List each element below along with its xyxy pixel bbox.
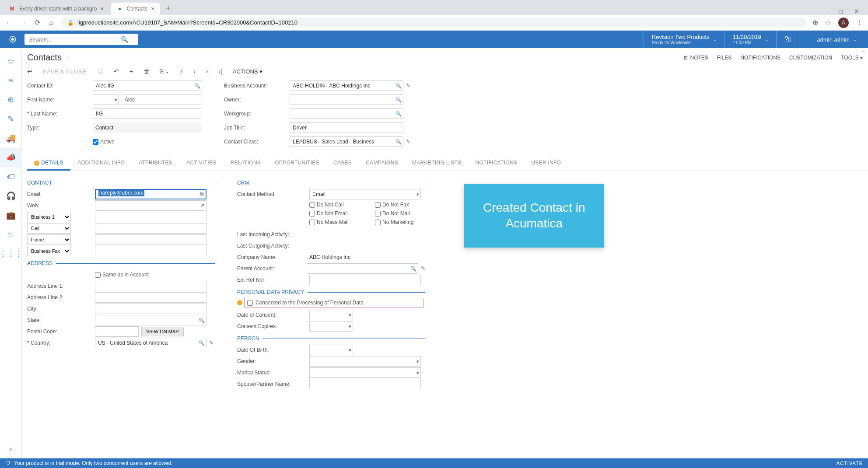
menu-icon[interactable]: ⋮ xyxy=(856,18,863,27)
browser-tab-contacts[interactable]: ● Contacts × xyxy=(111,3,160,15)
url-bar[interactable]: 🔒 iigproductionsite.com/ACU19107_SAM/Mai… xyxy=(61,17,806,28)
mail-icon[interactable]: ✉ xyxy=(200,191,204,197)
phone-type-1[interactable]: Business 1 xyxy=(27,212,71,222)
contact-class-input[interactable] xyxy=(290,136,403,147)
email-input[interactable]: noreply@uber.com ✉ xyxy=(95,189,206,199)
tab-details[interactable]: !DETAILS xyxy=(27,156,70,171)
external-link-icon[interactable]: ↗ xyxy=(200,203,205,209)
consent-expires-input[interactable] xyxy=(309,321,353,332)
pencil-icon[interactable]: ✎ xyxy=(406,139,410,145)
tag-icon[interactable]: 🏷 xyxy=(0,167,22,186)
marital-select[interactable] xyxy=(309,367,421,378)
postal-code-input[interactable] xyxy=(95,326,139,337)
tab-activities[interactable]: ACTIVITIES xyxy=(179,156,223,171)
prev-record-icon[interactable]: ‹ xyxy=(193,68,196,75)
pencil-icon[interactable]: ✎ xyxy=(406,83,410,89)
copy-icon[interactable]: ⎘ ▾ xyxy=(160,68,169,75)
help-button[interactable]: ?⃝ xyxy=(776,31,799,48)
home-button[interactable]: ⌂ xyxy=(47,19,55,27)
address-line-2-input[interactable] xyxy=(95,292,206,303)
spouse-input[interactable] xyxy=(309,379,421,389)
phone-3-input[interactable] xyxy=(95,234,206,245)
data-views-icon[interactable]: ≡ xyxy=(0,71,22,90)
country-input[interactable] xyxy=(95,338,206,348)
add-icon[interactable]: ⊕ xyxy=(0,90,22,109)
minimize-icon[interactable]: — xyxy=(822,8,828,15)
do-not-fax-checkbox[interactable]: Do Not Fax xyxy=(375,202,427,208)
web-input[interactable] xyxy=(95,200,206,211)
gender-select[interactable] xyxy=(309,356,421,367)
contact-method-select[interactable] xyxy=(309,189,421,199)
add-new-icon[interactable]: + xyxy=(130,68,133,75)
notes-link[interactable]: 🗎 NOTES xyxy=(683,55,708,61)
forward-button[interactable]: → xyxy=(19,19,27,27)
projects-icon[interactable]: 💼 xyxy=(0,206,22,225)
no-mass-mail-checkbox[interactable]: No Mass Mail xyxy=(309,219,371,225)
contact-id-input[interactable] xyxy=(93,80,202,91)
marketing-icon[interactable]: 📣 xyxy=(0,148,22,167)
zoom-icon[interactable]: ⊕ xyxy=(812,18,818,27)
expand-rail-icon[interactable]: › xyxy=(0,439,22,458)
back-arrow-icon[interactable]: ↩ xyxy=(27,68,32,75)
files-link[interactable]: FILES xyxy=(717,55,732,61)
tab-cases[interactable]: CASES xyxy=(326,156,359,171)
edit-icon[interactable]: ✎ xyxy=(0,109,22,129)
workgroup-input[interactable] xyxy=(290,108,403,119)
owner-input[interactable] xyxy=(290,94,403,105)
tab-campaigns[interactable]: CAMPAIGNS xyxy=(359,156,405,171)
phone-1-input[interactable] xyxy=(95,212,206,222)
tab-marketing-lists[interactable]: MARKETING LISTS xyxy=(405,156,469,171)
view-on-map-button[interactable]: VIEW ON MAP xyxy=(141,327,184,336)
state-input[interactable] xyxy=(95,315,206,325)
undo-icon[interactable]: ↶ xyxy=(114,68,119,75)
phone-type-2[interactable]: Cell xyxy=(27,223,71,234)
dob-input[interactable] xyxy=(309,345,353,355)
maximize-icon[interactable]: ◻ xyxy=(838,8,844,15)
reload-button[interactable]: ⟳ xyxy=(33,18,41,27)
shipments-icon[interactable]: 🚚 xyxy=(0,129,22,148)
do-not-call-checkbox[interactable]: Do Not Call xyxy=(309,202,371,208)
browser-tab-gmail[interactable]: M Every driver starts with a backgro × xyxy=(4,3,109,15)
title-prefix-input[interactable] xyxy=(93,94,119,105)
tab-additional-info[interactable]: ADDITIONAL INFO xyxy=(70,156,132,171)
fax-input[interactable] xyxy=(95,246,206,256)
tab-relations[interactable]: RELATIONS xyxy=(223,156,268,171)
same-as-account-checkbox[interactable]: Same as in Account xyxy=(95,272,149,278)
global-search[interactable]: 🔍 xyxy=(24,34,138,45)
actions-menu[interactable]: ACTIONS ▾ xyxy=(233,68,262,75)
tab-opportunities[interactable]: OPPORTUNITIES xyxy=(268,156,326,171)
address-line-1-input[interactable] xyxy=(95,281,206,291)
close-icon[interactable]: × xyxy=(151,5,154,12)
last-record-icon[interactable]: ›| xyxy=(218,68,222,75)
phone-2-input[interactable] xyxy=(95,223,206,234)
scroll-up-icon[interactable]: ⌃ xyxy=(861,50,865,56)
search-input[interactable] xyxy=(24,36,121,43)
notifications-link[interactable]: NOTIFICATIONS xyxy=(740,55,780,61)
delete-icon[interactable]: 🗑 xyxy=(144,68,150,75)
dashboard-icon[interactable]: ⏲ xyxy=(0,225,22,244)
do-not-email-checkbox[interactable]: Do Not Email xyxy=(309,210,371,217)
customization-link[interactable]: CUSTOMIZATION xyxy=(789,55,832,61)
tab-attributes[interactable]: ATTRIBUTES xyxy=(132,156,179,171)
active-checkbox[interactable]: Active xyxy=(93,139,115,145)
search-icon[interactable]: 🔍 xyxy=(121,36,132,43)
ext-ref-input[interactable] xyxy=(309,275,421,285)
city-input[interactable] xyxy=(95,304,206,314)
favorites-icon[interactable]: ☆ xyxy=(0,52,22,71)
favorite-star-icon[interactable]: ☆ xyxy=(65,54,71,61)
new-tab-button[interactable]: + xyxy=(161,2,175,15)
business-account-input[interactable] xyxy=(290,80,403,91)
bookmark-star-icon[interactable]: ☆ xyxy=(825,18,831,27)
support-icon[interactable]: 🎧 xyxy=(0,186,22,206)
job-title-input[interactable] xyxy=(290,122,403,133)
phone-type-4[interactable]: Business Fax xyxy=(27,246,71,256)
do-not-mail-checkbox[interactable]: Do Not Mail xyxy=(375,210,427,217)
app-logo-icon[interactable] xyxy=(4,31,22,48)
business-date[interactable]: 11/20/2019 11:00 PM ⌄ xyxy=(724,31,776,48)
next-record-icon[interactable]: › xyxy=(206,68,208,75)
parent-account-input[interactable] xyxy=(307,263,418,274)
tab-user-info[interactable]: USER INFO xyxy=(524,156,568,171)
date-of-consent-input[interactable] xyxy=(309,310,353,320)
close-icon[interactable]: × xyxy=(100,5,104,12)
first-record-icon[interactable]: |‹ xyxy=(179,68,183,75)
